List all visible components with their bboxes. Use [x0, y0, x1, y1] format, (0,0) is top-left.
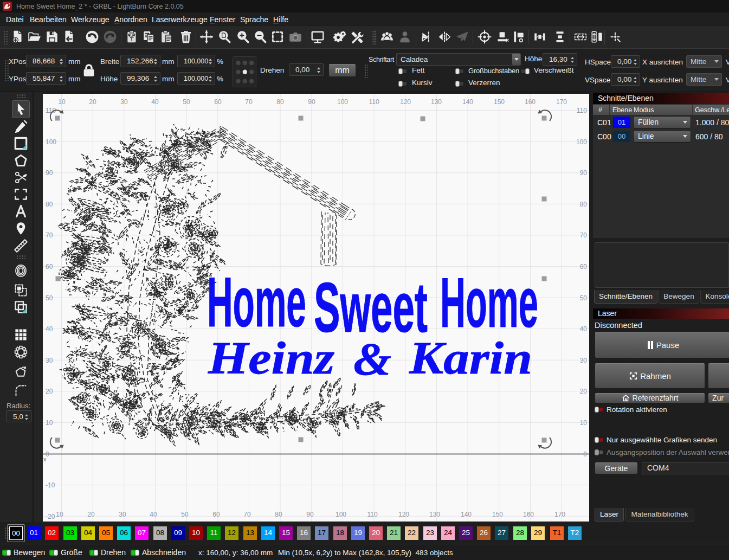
svg-text:30: 30 — [580, 357, 588, 364]
svg-text:Karin: Karin — [409, 333, 532, 383]
svg-text:100: 100 — [46, 138, 56, 146]
svg-text:20: 20 — [89, 98, 96, 106]
svg-text:Heinz: Heinz — [208, 333, 334, 383]
svg-text:10: 10 — [580, 419, 588, 427]
svg-text:60: 60 — [212, 511, 220, 518]
svg-text:90: 90 — [308, 98, 315, 106]
svg-text:110: 110 — [577, 107, 587, 114]
svg-text:100: 100 — [336, 511, 346, 518]
svg-text:80: 80 — [580, 201, 588, 208]
svg-text:90: 90 — [580, 169, 588, 177]
svg-text:140: 140 — [461, 511, 472, 518]
svg-text:100: 100 — [337, 98, 348, 106]
svg-text:90: 90 — [306, 511, 314, 518]
svg-text:30: 30 — [120, 98, 128, 106]
svg-text:50: 50 — [46, 294, 53, 302]
svg-text:x: x — [43, 456, 47, 462]
svg-text:30: 30 — [46, 357, 53, 364]
svg-text:10: 10 — [58, 98, 66, 106]
svg-text:60: 60 — [46, 263, 53, 271]
svg-text:80: 80 — [46, 201, 53, 208]
svg-text:20: 20 — [87, 511, 95, 518]
svg-text:-20: -20 — [46, 513, 55, 520]
svg-text:70: 70 — [243, 511, 251, 518]
svg-text:60: 60 — [214, 98, 222, 106]
svg-text:20: 20 — [46, 388, 53, 395]
svg-text:Home: Home — [207, 262, 306, 342]
svg-text:40: 40 — [151, 98, 159, 106]
svg-text:20: 20 — [580, 388, 588, 395]
svg-text:110: 110 — [367, 511, 377, 518]
svg-text:10: 10 — [56, 511, 63, 518]
svg-text:150: 150 — [494, 98, 505, 106]
svg-text:110: 110 — [369, 98, 379, 106]
svg-text:70: 70 — [580, 231, 588, 239]
svg-text:50: 50 — [183, 98, 190, 106]
svg-text:90: 90 — [46, 169, 53, 177]
svg-text:Home: Home — [440, 263, 538, 342]
svg-text:100: 100 — [576, 138, 587, 146]
svg-text:70: 70 — [46, 231, 53, 239]
svg-text:160: 160 — [525, 98, 536, 106]
svg-text:160: 160 — [523, 511, 534, 518]
svg-text:50: 50 — [181, 511, 189, 518]
svg-text:50: 50 — [580, 294, 588, 302]
svg-text:80: 80 — [276, 98, 284, 106]
svg-text:120: 120 — [398, 511, 409, 518]
svg-text:60: 60 — [580, 263, 588, 271]
svg-text:80: 80 — [275, 511, 282, 518]
svg-text:170: 170 — [554, 511, 565, 518]
svg-text:130: 130 — [429, 511, 440, 518]
svg-text:-10: -10 — [46, 481, 55, 489]
svg-text:&: & — [353, 334, 391, 384]
svg-text:130: 130 — [431, 98, 442, 106]
svg-text:10: 10 — [46, 419, 53, 427]
svg-text:70: 70 — [245, 98, 253, 106]
svg-text:30: 30 — [119, 511, 126, 518]
svg-text:140: 140 — [462, 98, 473, 106]
svg-text:0: 0 — [583, 450, 587, 458]
svg-text:40: 40 — [580, 325, 588, 333]
svg-text:170: 170 — [556, 98, 567, 106]
svg-text:120: 120 — [400, 98, 411, 106]
svg-text:40: 40 — [150, 511, 157, 518]
svg-text:40: 40 — [46, 325, 53, 333]
svg-text:150: 150 — [492, 511, 503, 518]
